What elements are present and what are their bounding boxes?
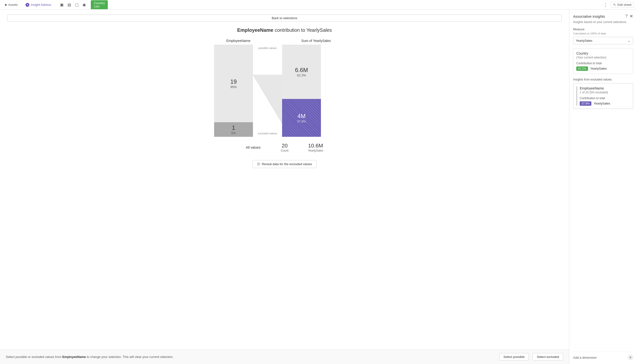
back-btn-label: Back to selections (272, 16, 297, 20)
excluded-bar: 1 5% (214, 122, 253, 137)
country-contrib-row: 62.2% YearlySales (576, 66, 630, 71)
sales-bar: 6.6M 62.2% 4M 37.8% (282, 44, 321, 137)
employee-column-header: EmployeeName (214, 39, 263, 43)
country-contrib-badge: 62.2% (576, 66, 588, 71)
all-values-sales-sub: YearlySales (308, 149, 323, 152)
assets-label: Assets (8, 3, 18, 6)
sales-possible-value: 6.6M (295, 67, 308, 74)
all-values-label: All values: (246, 146, 261, 150)
ia-icon: ✦ (26, 3, 29, 7)
chart-title-connector: contribution to (273, 28, 306, 33)
app-bar-right: ⋮ ✎ Edit sheet (603, 2, 634, 8)
edit-sheet-button[interactable]: ✎ Edit sheet (610, 2, 634, 8)
employee-contrib-row: 37.8% YearlySales (580, 101, 630, 106)
sales-excluded-bar: 4M 37.8% (282, 99, 321, 137)
help-button[interactable]: ? (625, 14, 627, 18)
sales-possible-bar: 6.6M 62.2% (282, 44, 321, 99)
employee-card-content: EmployeeName 1 of 20 (5% excluded) Contr… (580, 86, 630, 106)
country-contrib-label: Contribution to total (576, 62, 630, 65)
measure-dropdown-value: YearlySales (576, 39, 592, 42)
possible-count: 19 (230, 78, 237, 85)
sales-column-header: Sum of YearlySales (292, 39, 340, 43)
toolbar-btn-2[interactable]: ▤ (67, 2, 72, 8)
all-values-count-num: 20 (281, 142, 288, 149)
country-contrib-measure: YearlySales (590, 67, 607, 70)
sales-excluded-value: 4M (297, 113, 305, 120)
add-dimension-plus-icon: + (628, 355, 633, 360)
chart-visual: 19 95% 1 5% possible values excluded val… (214, 44, 355, 137)
insight-advisor-label: Insight Advisor (31, 3, 52, 6)
select-possible-button[interactable]: Select possible (499, 353, 529, 360)
country-tab-sub: CAN (94, 5, 105, 8)
employee-contrib-badge: 37.8% (580, 101, 591, 106)
toolbar-btn-4[interactable]: ◉ (82, 2, 87, 8)
toolbar-btn-1[interactable]: ▣ (59, 2, 65, 8)
excluded-header: Insights from excluded values: (573, 78, 633, 81)
excluded-count: 1 (232, 124, 235, 131)
reveal-excluded-button[interactable]: ☷ Reveal data for the excluded values (252, 160, 317, 168)
country-tab-label: Country (94, 1, 105, 5)
all-values-count-sub: Count (281, 149, 288, 152)
possible-bar: 19 95% (214, 44, 253, 122)
chart-title-measure: YearlySales (306, 28, 332, 33)
triangle-svg (253, 75, 282, 123)
grid-view-button[interactable]: ⋮ (603, 2, 608, 8)
employee-contrib-measure: YearlySales (593, 102, 610, 105)
assets-button[interactable]: ■ Assets (3, 2, 20, 8)
country-card-title: Country (576, 52, 630, 55)
chart-headers: EmployeeName Sum of YearlySales (214, 39, 355, 43)
measure-section-label: Measure (573, 28, 633, 31)
back-to-selections-button[interactable]: Back to selections (7, 14, 562, 22)
app-bar-left: ■ Assets ✦ Insight Advisor ▣ ▤ ▢ ◉ Count… (3, 0, 108, 9)
sidebar: Associative insights ? ✕ Insights based … (569, 10, 637, 364)
measure-dropdown[interactable]: YearlySales ⌄ (573, 37, 633, 44)
main-area: Back to selections EmployeeName contribu… (0, 10, 637, 364)
select-excluded-button[interactable]: Select excluded (533, 353, 563, 360)
content-area: Back to selections EmployeeName contribu… (0, 10, 569, 364)
all-values-sales: 10.6M YearlySales (308, 142, 323, 152)
employee-card-inner: EmployeeName 1 of 20 (5% excluded) Contr… (576, 86, 630, 106)
bottom-text-suffix: to change your selection. This will clea… (86, 355, 174, 359)
assets-icon: ■ (5, 3, 7, 6)
toolbar-icons: ▣ ▤ ▢ ◉ (59, 2, 87, 8)
reveal-btn-label: Reveal data for the excluded values (262, 162, 312, 166)
employee-contrib-label: Contribution to total (580, 96, 630, 100)
sidebar-header: Associative insights ? ✕ (573, 14, 633, 19)
chart-title: EmployeeName contribution to YearlySales (7, 28, 562, 33)
add-dimension-label: Add a dimension (573, 356, 597, 360)
sales-possible-pct: 62.2% (297, 74, 306, 77)
possible-pct: 95% (230, 85, 237, 89)
employee-card: EmployeeName 1 of 20 (5% excluded) Contr… (573, 83, 633, 109)
pencil-icon: ✎ (613, 3, 616, 6)
bottom-dimension: EmployeeName (62, 355, 86, 359)
excluded-pct: 5% (231, 131, 236, 135)
sidebar-title: Associative insights (573, 14, 605, 18)
add-dimension-button[interactable]: Add a dimension + (573, 352, 633, 360)
chart-title-dimension: EmployeeName (237, 28, 273, 33)
insight-advisor-button[interactable]: ✦ Insight Advisor (24, 2, 53, 8)
possible-label: possible values (253, 46, 282, 50)
close-sidebar-button[interactable]: ✕ (629, 14, 633, 19)
all-values-row: All values: 20 Count 10.6M YearlySales (214, 142, 355, 152)
bottom-bar-text: Select possible or excluded values from … (6, 355, 495, 359)
measure-section-sublabel: Calculated on 100% of data (573, 32, 633, 35)
country-tab[interactable]: Country CAN (91, 0, 108, 9)
chart-container: EmployeeName Sum of YearlySales 19 95% 1… (7, 39, 562, 359)
bottom-text-prefix: Select possible or excluded values from (6, 355, 62, 359)
chevron-down-icon: ⌄ (628, 39, 630, 42)
toolbar-btn-3[interactable]: ▢ (74, 2, 80, 8)
table-icon: ☷ (257, 162, 260, 166)
bottom-bar: Select possible or excluded values from … (0, 350, 569, 364)
excluded-label: excluded values (253, 132, 282, 135)
employee-card-title: EmployeeName (580, 86, 630, 90)
all-values-count: 20 Count (281, 142, 288, 152)
edit-sheet-label: Edit sheet (617, 3, 631, 6)
country-card: Country (Your current selection) Contrib… (573, 48, 633, 74)
app-bar: ■ Assets ✦ Insight Advisor ▣ ▤ ▢ ◉ Count… (0, 0, 637, 10)
left-bar-indicator (576, 86, 577, 106)
divider-col: possible values excluded values (253, 44, 282, 137)
country-card-subtitle: (Your current selection) (576, 56, 630, 59)
all-values-sales-num: 10.6M (308, 142, 323, 149)
employee-bar: 19 95% 1 5% (214, 44, 253, 137)
sidebar-subtitle: Insights based on your current selection… (573, 20, 633, 24)
